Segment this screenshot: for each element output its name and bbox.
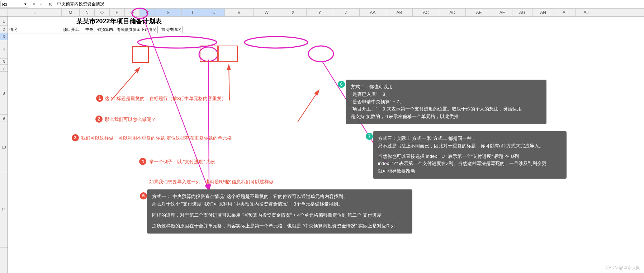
col-header-W[interactable]: W: [254, 9, 280, 16]
anno-text-2: 那么我们可以怎么做呢？: [105, 116, 156, 123]
col-header-L[interactable]: L: [8, 9, 62, 16]
col-header-AJ[interactable]: AJ: [576, 9, 597, 16]
row-headers: 123467891011: [0, 17, 8, 273]
anno-text-1: 这2个标题是重复的，在标题行（前8行中单元格内容重复）: [105, 95, 226, 102]
accept-icon[interactable]: ✓: [38, 2, 45, 6]
row-header-11[interactable]: 11: [0, 172, 8, 248]
col-header-AF[interactable]: AF: [492, 9, 512, 16]
col-header-R[interactable]: R: [140, 9, 155, 16]
col-header-AI[interactable]: AI: [554, 9, 576, 16]
col-header-AC[interactable]: AC: [413, 9, 439, 16]
cancel-icon[interactable]: ✕: [30, 2, 38, 6]
cell[interactable]: [183, 26, 204, 33]
col-header-P[interactable]: P: [110, 9, 125, 16]
col-header-T[interactable]: T: [182, 9, 203, 16]
col-header-U[interactable]: U: [203, 9, 225, 16]
hdr-qingkuang[interactable]: 情况: [8, 26, 62, 33]
badge-4: 4: [139, 158, 146, 165]
anno-text-5-extra: 如果我们想要导入这一列，也就是R列的信息我们可以这样做: [149, 179, 274, 185]
anno-text-3: 我们可以这样做，可以利用不重复的标题 定位这些存在重复标题的单元格: [81, 135, 232, 141]
col-header-AE[interactable]: AE: [466, 9, 492, 16]
watermark: CSDN @诗水人间: [605, 265, 640, 271]
page-title: 某某市2022年项目储备计划表: [8, 17, 204, 26]
badge-2: 2: [95, 116, 103, 123]
hdr-funds-group[interactable]: 中央、省预算内、专项债券资金下达情况: [84, 26, 158, 33]
col-header-AA[interactable]: AA: [360, 9, 386, 16]
badge-7: 7: [366, 133, 373, 140]
row-header-10[interactable]: 10: [0, 122, 8, 172]
chevron-down-icon[interactable]: ▾: [24, 2, 27, 6]
hdr-kaigong-group[interactable]: 项目开工、: [62, 26, 84, 33]
col-header-S[interactable]: S: [155, 9, 182, 16]
col-header-N[interactable]: N: [80, 9, 95, 16]
cell[interactable]: [158, 26, 160, 33]
row-header-1[interactable]: 1: [0, 17, 8, 26]
row-header-9[interactable]: 9: [0, 115, 8, 122]
hdr-qianqi-group[interactable]: 前期费情况: [160, 26, 183, 33]
col-header-AD[interactable]: AD: [439, 9, 466, 16]
column-headers: LMNOPQRSTUVWXYZAAABACADAEAFAGAHAIAJ: [0, 9, 644, 17]
row-header-7[interactable]: 7: [0, 65, 8, 72]
badge-3: 3: [72, 134, 79, 141]
anno-text-4: 举一个例子：以 "支付进度" 为例: [149, 159, 216, 165]
col-header-V[interactable]: V: [225, 9, 254, 16]
formula-buttons: ✕ ✓: [29, 2, 47, 6]
formula-input[interactable]: 中央预算内投资资金情况: [54, 0, 644, 8]
badge-6: 6: [338, 81, 345, 88]
col-header-Q[interactable]: Q: [125, 9, 140, 16]
badge-1: 1: [96, 95, 103, 102]
spreadsheet-grid[interactable]: 某某市2022年项目储备计划表情况项目开工、中央、省预算内、专项债券资金下达情况…: [8, 17, 644, 273]
row-header-8[interactable]: 8: [0, 72, 8, 115]
col-header-M[interactable]: M: [62, 9, 80, 16]
col-header-Z[interactable]: Z: [333, 9, 360, 16]
col-header-Y[interactable]: Y: [307, 9, 333, 16]
select-all-corner[interactable]: [0, 9, 8, 16]
badge-5: 5: [140, 192, 147, 199]
row-header-6[interactable]: 6: [0, 59, 8, 65]
fx-icon[interactable]: fx: [47, 2, 54, 6]
col-header-AG[interactable]: AG: [512, 9, 532, 16]
cell-reference: R3: [2, 2, 7, 6]
col-header-AB[interactable]: AB: [386, 9, 413, 16]
name-box[interactable]: R3 ▾: [0, 1, 28, 8]
col-header-X[interactable]: X: [280, 9, 307, 16]
row-header-3[interactable]: 3: [0, 33, 8, 40]
col-header-AH[interactable]: AH: [532, 9, 554, 16]
row-header-4[interactable]: 4: [0, 40, 8, 59]
col-header-O[interactable]: O: [95, 9, 110, 16]
row-header-2[interactable]: 2: [0, 26, 8, 33]
formula-bar: R3 ▾ ✕ ✓ fx 中央预算内投资资金情况: [0, 0, 644, 9]
